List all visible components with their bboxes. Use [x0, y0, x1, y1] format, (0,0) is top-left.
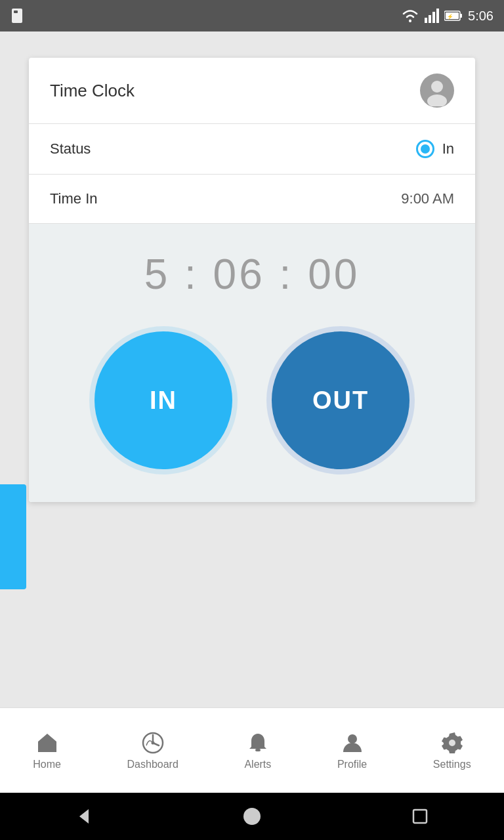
status-value: In [442, 140, 454, 158]
clock-in-button[interactable]: IN [94, 331, 232, 469]
status-bar: ⚡ 5:06 [0, 0, 504, 32]
home-icon [35, 731, 59, 755]
status-label: Status [50, 140, 91, 158]
time-in-row: Time In 9:00 AM [29, 175, 475, 224]
back-button[interactable] [74, 807, 94, 826]
btn-row: IN OUT [94, 331, 410, 469]
nav-label-dashboard: Dashboard [127, 759, 178, 770]
settings-icon [440, 731, 464, 755]
sim-icon [10, 9, 24, 23]
battery-icon: ⚡ [444, 10, 463, 22]
system-nav-bar [0, 793, 504, 840]
svg-rect-22 [413, 810, 427, 823]
radio-inner [421, 144, 430, 154]
svg-point-2 [409, 20, 411, 22]
status-bar-left [10, 9, 24, 23]
time-in-value: 9:00 AM [401, 190, 454, 207]
svg-rect-14 [45, 746, 50, 752]
card-title: Time Clock [50, 81, 135, 101]
svg-point-21 [243, 808, 261, 825]
avatar[interactable] [420, 74, 454, 108]
timer-hours: 5 [144, 251, 171, 298]
nav-label-home: Home [33, 759, 61, 770]
nav-item-alerts[interactable]: Alerts [231, 724, 284, 777]
deco-left [0, 484, 26, 589]
nav-item-dashboard[interactable]: Dashboard [114, 724, 192, 777]
alerts-icon [246, 731, 270, 755]
timer-minutes: 06 [213, 251, 265, 298]
svg-rect-4 [429, 15, 431, 23]
signal-icon [425, 9, 439, 23]
status-radio[interactable] [416, 140, 434, 158]
svg-point-18 [348, 734, 357, 744]
clock-out-button[interactable]: OUT [272, 331, 410, 469]
time-in-label: Time In [50, 190, 98, 207]
svg-rect-1 [14, 10, 18, 13]
home-button[interactable] [242, 807, 262, 826]
status-row: Status In [29, 124, 475, 175]
nav-item-profile[interactable]: Profile [324, 724, 380, 777]
nav-item-home[interactable]: Home [20, 724, 74, 777]
time-clock-card: Time Clock Status In Time In 9:00 [29, 58, 475, 502]
recents-button[interactable] [410, 807, 430, 826]
timer-display: 5 : 06 : 00 [144, 250, 360, 299]
profile-icon [341, 731, 364, 755]
nav-label-profile: Profile [337, 759, 367, 770]
dashboard-icon [141, 731, 165, 755]
svg-text:⚡: ⚡ [447, 13, 453, 20]
bottom-nav: Home Dashboard Alerts [0, 707, 504, 793]
status-right: In [416, 140, 454, 158]
nav-label-settings: Settings [433, 759, 471, 770]
status-time: 5:06 [468, 9, 494, 24]
svg-rect-3 [425, 18, 427, 23]
svg-marker-20 [79, 809, 89, 824]
timer-sep2: : [280, 251, 308, 298]
svg-rect-5 [432, 12, 435, 23]
timer-sep1: : [184, 251, 213, 298]
card-header: Time Clock [29, 58, 475, 124]
timer-seconds: 00 [308, 251, 360, 298]
svg-point-19 [449, 740, 455, 746]
svg-rect-17 [255, 749, 261, 751]
svg-rect-8 [460, 14, 462, 18]
svg-rect-6 [436, 9, 439, 23]
timer-area: 5 : 06 : 00 IN OUT [29, 224, 475, 502]
main-content: Time Clock Status In Time In 9:00 [0, 32, 504, 707]
nav-item-settings[interactable]: Settings [420, 724, 484, 777]
svg-point-12 [431, 81, 443, 93]
status-bar-right: ⚡ 5:06 [401, 9, 494, 24]
nav-label-alerts: Alerts [244, 759, 271, 770]
wifi-icon [401, 9, 419, 23]
avatar-icon [421, 75, 453, 106]
